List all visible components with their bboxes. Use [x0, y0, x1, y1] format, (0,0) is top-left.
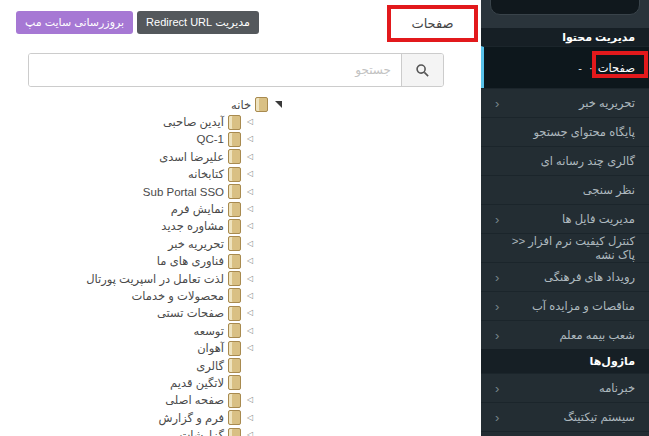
tree-node-label[interactable]: علیرضا اسدی — [159, 150, 224, 164]
tree-node[interactable]: ◁توسعه — [0, 322, 282, 339]
tree-node[interactable]: ◁فرم و گزارش — [0, 409, 282, 426]
expand-toggle-icon[interactable]: ◁ — [245, 327, 255, 335]
main-content: بروزرسانی سایت مپ مدیریت Redirect URL صف… — [0, 0, 481, 436]
tree-node[interactable]: ◁علیرضا اسدی — [0, 148, 282, 165]
tree-node[interactable]: ◁آیدین صاحبی — [0, 113, 282, 130]
sidebar-item-label: نظر سنجی — [583, 183, 635, 197]
tree-node-label[interactable]: فرم و گزارش — [158, 411, 224, 425]
tree-node-label[interactable]: Sub Portal SSO — [143, 186, 224, 198]
tree-node[interactable]: ◁فناوری های ما — [0, 253, 282, 270]
expand-toggle-icon[interactable]: ◁ — [245, 275, 255, 283]
collapse-toggle-icon[interactable] — [275, 101, 282, 108]
tree-node-label[interactable]: آهوان — [197, 341, 224, 355]
tree-node-label[interactable]: لذت تعامل در اسپریت پورتال — [86, 272, 224, 286]
update-sitemap-button[interactable]: بروزرسانی سایت مپ — [16, 11, 133, 34]
expand-toggle-icon[interactable]: ◁ — [245, 431, 255, 436]
tree-node-label[interactable]: صفحات تستی — [157, 306, 224, 320]
sidebar-item[interactable]: گالری چند رسانه ای — [481, 146, 649, 175]
chevron-left-icon: ‹ — [495, 382, 499, 395]
sidebar-item[interactable]: صفحات · - — [481, 46, 649, 88]
tree-node-label[interactable]: مشاوره جدید — [161, 219, 224, 233]
tree-node[interactable]: ◁Sub Portal SSO — [0, 183, 282, 200]
tree-node-label[interactable]: صفحه اصلی — [165, 393, 224, 407]
tree-node-label[interactable]: لاتگین قدیم — [170, 376, 224, 390]
sidebar-item-label: شعب بیمه معلم — [559, 328, 635, 342]
chevron-left-icon: ‹ — [495, 213, 499, 226]
expand-toggle-icon[interactable]: ◁ — [245, 309, 255, 317]
expand-toggle-icon[interactable]: ◁ — [245, 344, 255, 352]
tree-node-label[interactable]: فناوری های ما — [157, 254, 224, 268]
chevron-left-icon: ‹ — [495, 97, 499, 110]
expand-toggle-icon[interactable]: ◁ — [245, 396, 255, 404]
page-title: صفحات — [387, 5, 478, 42]
sidebar-item[interactable]: رویداد های فرهنگی‹ — [481, 262, 649, 291]
tree-node[interactable]: ◁گزارشات — [0, 426, 282, 436]
book-icon — [228, 167, 241, 182]
sidebar-item-label: گالری چند رسانه ای — [541, 154, 635, 168]
sidebar-item[interactable]: خبرنامه‹ — [481, 373, 649, 402]
tree-node[interactable]: ◁آهوان — [0, 339, 282, 356]
book-icon — [228, 115, 241, 130]
tree-node[interactable]: ◁مشاوره جدید — [0, 218, 282, 235]
expand-toggle-icon[interactable]: ◁ — [245, 292, 255, 300]
manage-redirect-url-button[interactable]: مدیریت Redirect URL — [137, 11, 259, 34]
sidebar-item-label: تحریریه خبر — [579, 96, 635, 110]
tree-node-label[interactable]: گزارشات — [179, 428, 224, 436]
expand-toggle-icon[interactable]: ◁ — [245, 257, 255, 265]
tree-node-label[interactable]: QC-1 — [197, 133, 224, 145]
search-bar — [28, 53, 444, 87]
tree-node[interactable]: ◁QC-1 — [0, 131, 282, 148]
book-icon — [228, 341, 241, 356]
tree-node-label[interactable]: محصولات و خدمات — [132, 289, 224, 303]
tree-node-label[interactable]: توسعه — [194, 324, 225, 338]
expand-toggle-icon[interactable]: ◁ — [245, 118, 255, 126]
tree-node-label[interactable]: آیدین صاحبی — [163, 115, 224, 129]
expand-toggle-icon[interactable]: ◁ — [245, 222, 255, 230]
tree-node-label[interactable]: گالری — [196, 359, 224, 373]
tree-node[interactable]: ◁تحریریه خبر — [0, 235, 282, 252]
expand-toggle-icon[interactable]: ◁ — [245, 205, 255, 213]
tree-node[interactable]: ◁نمایش فرم — [0, 200, 282, 217]
tree-node-label[interactable]: تحریریه خبر — [168, 237, 224, 251]
sidebar-item-label: کنترل کیفیت نرم افزار << پاک نشه — [495, 234, 635, 262]
tree-node[interactable]: ◁صفحات تستی — [0, 305, 282, 322]
expand-toggle-icon[interactable]: ◁ — [245, 188, 255, 196]
tree-node[interactable]: ◁محصولات و خدمات — [0, 287, 282, 304]
tree-node[interactable]: خانه — [0, 96, 282, 113]
tree-node-label[interactable]: خانه — [231, 98, 251, 112]
tree-node[interactable]: گالری — [0, 357, 282, 374]
book-icon — [228, 202, 241, 217]
tree-node-label[interactable]: کتابخانه — [188, 167, 224, 181]
tree-node[interactable]: ◁کتابخانه — [0, 166, 282, 183]
sidebar-item-label: پایگاه محتوای جستجو — [533, 125, 635, 139]
sidebar-item[interactable]: نظر سنجی — [481, 175, 649, 204]
tree-node[interactable]: لاتگین قدیم — [0, 374, 282, 391]
sidebar-item[interactable]: تحریریه خبر‹ — [481, 88, 649, 117]
expand-toggle-icon[interactable]: ◁ — [245, 170, 255, 178]
book-icon — [228, 306, 241, 321]
sidebar-item[interactable]: مدیریت فایل ها‹ — [481, 204, 649, 233]
sidebar-item-label: رویداد های فرهنگی — [544, 270, 635, 284]
tree-node-label[interactable]: نمایش فرم — [171, 202, 224, 216]
expand-toggle-icon[interactable]: ◁ — [245, 135, 255, 143]
sidebar-item[interactable]: سیستم تیکتینگ‹ — [481, 402, 649, 431]
chevron-left-icon: ‹ — [495, 411, 499, 424]
sidebar-item[interactable]: مناقصات و مزایده آب‹ — [481, 291, 649, 320]
book-icon — [228, 428, 241, 436]
search-input[interactable] — [29, 54, 401, 86]
sidebar-item-label: صفحات — [598, 62, 635, 74]
expand-toggle-icon[interactable]: ◁ — [245, 240, 255, 248]
sidebar-item[interactable]: شعب بیمه معلم‹ — [481, 320, 649, 349]
sidebar-item[interactable]: پایگاه محتوای جستجو — [481, 117, 649, 146]
sidebar-search-input[interactable] — [490, 0, 640, 15]
search-button[interactable] — [401, 54, 443, 86]
expand-toggle-icon[interactable]: ◁ — [245, 153, 255, 161]
tree-node[interactable]: ◁صفحه اصلی — [0, 392, 282, 409]
sidebar-menu: مدیریت محتواصفحات · -تحریریه خبر‹پایگاه … — [481, 28, 649, 431]
chevron-left-icon: ‹ — [495, 329, 499, 342]
app-root: { "page_title": "صفحات", "toolbar": { "m… — [0, 0, 649, 436]
tree-node[interactable]: ◁لذت تعامل در اسپریت پورتال — [0, 270, 282, 287]
expand-toggle-icon[interactable]: ◁ — [245, 414, 255, 422]
sidebar-item-label: مناقصات و مزایده آب — [532, 299, 635, 313]
sidebar-item[interactable]: کنترل کیفیت نرم افزار << پاک نشه — [481, 233, 649, 262]
